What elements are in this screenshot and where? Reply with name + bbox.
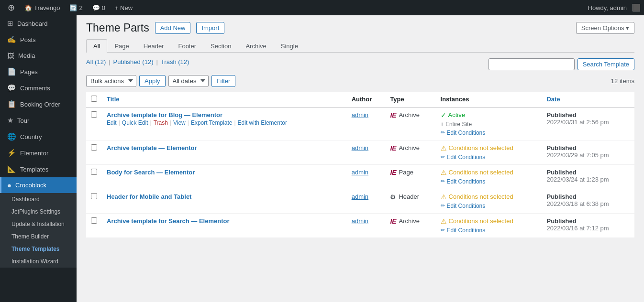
sidebar-sub-item-dashboard[interactable]: Dashboard — [0, 193, 77, 205]
type-icon: ⚙ Header — [390, 193, 419, 201]
search-button[interactable]: Search Template — [577, 58, 634, 70]
site-name-link[interactable]: 🏠 Travengo — [21, 0, 64, 15]
check-circle-icon: ✓ — [441, 111, 446, 119]
status-warning: ⚠Conditions not selected — [441, 217, 537, 225]
filter-trash-link[interactable]: Trash (12) — [161, 58, 189, 65]
row-checkbox-cell — [86, 107, 102, 140]
row-author-cell: admin — [347, 213, 386, 237]
apply-button[interactable]: Apply — [139, 75, 166, 87]
author-link[interactable]: admin — [352, 111, 368, 119]
search-input[interactable] — [489, 58, 575, 70]
author-link[interactable]: admin — [352, 193, 368, 200]
post-title-link[interactable]: Body for Search — Elementor — [107, 169, 195, 176]
sidebar-sub-item-jetplugins[interactable]: JetPlugins Settings — [0, 205, 77, 218]
comments-link[interactable]: 💬 0 — [89, 0, 109, 15]
tab-page[interactable]: Page — [107, 39, 136, 53]
quick-edit-link[interactable]: Quick Edit — [122, 119, 148, 126]
updates-count: 2 — [79, 4, 82, 11]
edit-conditions-link[interactable]: ✏Edit Conditions — [441, 203, 537, 209]
row-checkbox[interactable] — [91, 193, 97, 199]
sidebar-item-media[interactable]: 🖼 Media — [0, 48, 77, 64]
new-content-link[interactable]: + New — [111, 0, 136, 15]
date-status: Published — [546, 169, 630, 176]
col-title-header[interactable]: Title — [102, 92, 347, 108]
sidebar-item-posts[interactable]: ✍ Posts — [0, 32, 77, 48]
date-status: Published — [546, 111, 630, 119]
row-title-cell: Archive template — Elementor — [102, 140, 347, 164]
trash-link[interactable]: Trash — [154, 119, 168, 126]
table-row: Archive template for Blog — ElementorEdi… — [86, 107, 634, 140]
sidebar-item-pages[interactable]: 📄 Pages — [0, 64, 77, 80]
screen-options-button[interactable]: Screen Options ▾ — [576, 22, 634, 34]
author-link[interactable]: admin — [352, 217, 368, 225]
sidebar-item-label: Media — [18, 52, 35, 59]
date-filter-select[interactable]: All dates — [168, 75, 209, 87]
comments-count: 0 — [102, 4, 105, 11]
row-checkbox[interactable] — [91, 144, 97, 151]
row-title-cell: Body for Search — Elementor — [102, 164, 347, 189]
edit-link[interactable]: Edit — [107, 119, 117, 126]
row-date-cell: Published2022/03/24 at 1:23 pm — [542, 164, 634, 189]
sidebar-item-country[interactable]: 🌐 Country — [0, 129, 77, 145]
table-row: Archive template — ElementoradminIE Arch… — [86, 140, 634, 164]
row-checkbox[interactable] — [91, 111, 97, 118]
add-new-button[interactable]: Add New — [155, 22, 191, 34]
tab-bar: All Page Header Footer Section Archive — [86, 39, 634, 53]
wp-logo-link[interactable]: ⊕ — [4, 0, 19, 15]
sidebar-item-booking-order[interactable]: 📋 Booking Order — [0, 96, 77, 112]
tab-footer[interactable]: Footer — [171, 39, 203, 53]
tab-archive[interactable]: Archive — [238, 39, 273, 53]
filter-published-link[interactable]: Published (12) — [113, 58, 154, 65]
filter-button[interactable]: Filter — [211, 75, 236, 87]
edit-conditions-link[interactable]: ✏Edit Conditions — [441, 227, 537, 234]
bulk-actions-select[interactable]: Bulk actions — [86, 75, 136, 87]
filter-links: All (12) | Published (12) | Trash (12) — [86, 58, 189, 65]
sidebar-item-comments[interactable]: 💬 Comments — [0, 80, 77, 96]
entire-site: + Entire Site — [441, 121, 537, 128]
item-count: 12 items — [611, 77, 634, 85]
tab-single[interactable]: Single — [274, 39, 305, 53]
sidebar-sub-item-update[interactable]: Update & Installation — [0, 218, 77, 230]
row-checkbox[interactable] — [91, 217, 97, 224]
sidebar-item-tour[interactable]: ★ Tour — [0, 112, 77, 129]
filter-all-link[interactable]: All (12) — [86, 58, 106, 65]
edit-conditions-link[interactable]: ✏Edit Conditions — [441, 129, 537, 136]
filter-bar-left: Bulk actions Apply All dates Filter — [86, 75, 235, 87]
avatar[interactable] — [633, 4, 640, 11]
sidebar-item-dashboard[interactable]: ⊞ Dashboard — [0, 15, 77, 32]
tab-all[interactable]: All — [86, 39, 107, 53]
sidebar-sub-item-install-wizard[interactable]: Installation Wizard — [0, 255, 77, 268]
table-row: Archive template for Search — Elementora… — [86, 213, 634, 237]
sidebar-item-crocoblock[interactable]: ● Crocoblock — [0, 177, 77, 193]
pencil-icon: ✏ — [441, 178, 445, 184]
tab-header[interactable]: Header — [136, 39, 171, 53]
tab-section[interactable]: Section — [203, 39, 238, 53]
row-checkbox[interactable] — [91, 169, 97, 175]
post-title-link[interactable]: Archive template — Elementor — [107, 144, 197, 151]
edit-conditions-link[interactable]: ✏Edit Conditions — [441, 154, 537, 161]
author-link[interactable]: admin — [352, 169, 368, 176]
import-button[interactable]: Import — [196, 22, 224, 34]
date-status: Published — [546, 193, 630, 200]
select-all-checkbox[interactable] — [91, 96, 97, 102]
post-title-link[interactable]: Archive template for Blog — Elementor — [107, 111, 222, 119]
col-date-header[interactable]: Date — [542, 92, 634, 108]
sidebar-sub-item-theme-builder[interactable]: Theme Builder — [0, 230, 77, 243]
updates-icon: 🔄 — [69, 4, 77, 11]
header-right: Screen Options ▾ — [576, 22, 634, 34]
sidebar-item-elementor[interactable]: ⚡ Elementor — [0, 145, 77, 161]
content-header: Theme Parts Add New Import Screen Option… — [77, 15, 644, 39]
updates-link[interactable]: 🔄 2 — [66, 0, 86, 15]
elementor-icon: ⚡ — [7, 149, 16, 157]
admin-bar: ⊕ 🏠 Travengo 🔄 2 💬 0 + New Howdy, admin — [0, 0, 644, 15]
author-link[interactable]: admin — [352, 144, 368, 151]
post-title-link[interactable]: Header for Mobile and Tablet — [107, 193, 191, 200]
sidebar-item-label: Tour — [17, 117, 29, 124]
post-title-link[interactable]: Archive template for Search — Elementor — [107, 217, 229, 225]
edit-with-elementor-link[interactable]: Edit with Elementor — [238, 119, 287, 126]
edit-conditions-link[interactable]: ✏Edit Conditions — [441, 178, 537, 185]
view-link[interactable]: View — [173, 119, 186, 126]
sidebar-sub-item-theme-templates[interactable]: Theme Templates — [0, 243, 77, 255]
sidebar-item-templates[interactable]: 📐 Templates — [0, 161, 77, 177]
export-template-link[interactable]: Export Template — [191, 119, 233, 126]
